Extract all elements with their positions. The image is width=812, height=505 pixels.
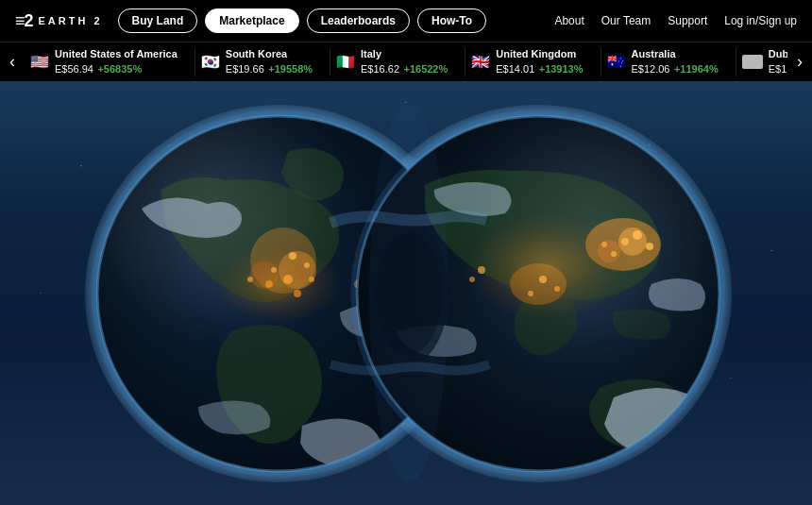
ticker-prev-button[interactable]: ‹ — [0, 42, 25, 81]
list-item: 🇰🇷 South Korea E$19.66 +19558% — [195, 48, 330, 76]
marketplace-button[interactable]: Marketplace — [205, 8, 298, 33]
logo-icon: ≡2 — [15, 12, 33, 29]
earth-globe — [66, 95, 746, 492]
ticker-price: E$11.60 — [769, 63, 787, 75]
hero-section — [0, 81, 812, 505]
ticker-bar: ‹ 🇺🇸 United States of America E$56.94 +5… — [0, 42, 812, 81]
ticker-change: +16522% — [403, 63, 448, 75]
ticker-price: E$12.06 — [632, 63, 670, 75]
flag-australia: 🇦🇺 — [607, 55, 626, 70]
how-to-button[interactable]: How-To — [417, 8, 486, 33]
buy-land-button[interactable]: Buy Land — [118, 8, 198, 33]
ticker-change: +11964% — [674, 63, 719, 75]
ticker-items: 🇺🇸 United States of America E$56.94 +568… — [25, 48, 787, 76]
country-name: Dubai, UAE — [769, 48, 787, 59]
flag-uk: 🇬🇧 — [471, 55, 490, 70]
support-link[interactable]: Support — [668, 14, 707, 27]
country-name: Australia — [632, 48, 719, 59]
logo: ≡2 EARTH 2 — [15, 12, 103, 29]
leaderboards-button[interactable]: Leaderboards — [307, 8, 410, 33]
flag-italy: 🇮🇹 — [336, 55, 355, 70]
ticker-change: +19558% — [268, 63, 313, 75]
our-team-link[interactable]: Our Team — [601, 14, 651, 27]
list-item: 🇮🇹 Italy E$16.62 +16522% — [330, 48, 465, 76]
ticker-price: E$14.01 — [496, 63, 534, 75]
ticker-change: +56835% — [97, 63, 142, 75]
about-link[interactable]: About — [554, 14, 584, 27]
country-name: United Kingdom — [496, 48, 583, 59]
flag-south-korea: 🇰🇷 — [201, 55, 220, 70]
ticker-price: E$16.62 — [361, 63, 399, 75]
country-name: Italy — [361, 48, 448, 59]
nav-links: About Our Team Support Log in/Sign up — [554, 14, 797, 27]
navbar: ≡2 EARTH 2 Buy Land Marketplace Leaderbo… — [0, 0, 812, 42]
list-item: 🇦🇺 Australia E$12.06 +11964% — [601, 48, 736, 76]
list-item: Dubai, UAE E$11.60 +11497% — [736, 48, 787, 76]
login-signup-link[interactable]: Log in/Sign up — [724, 14, 797, 27]
ticker-price: E$19.66 — [226, 63, 264, 75]
flag-dubai — [742, 55, 763, 69]
country-name: United States of America — [55, 48, 178, 59]
list-item: 🇺🇸 United States of America E$56.94 +568… — [25, 48, 195, 76]
ticker-next-button[interactable]: › — [787, 42, 812, 81]
svg-point-42 — [369, 105, 448, 482]
flag-usa: 🇺🇸 — [30, 55, 49, 70]
list-item: 🇬🇧 United Kingdom E$14.01 +13913% — [465, 48, 601, 76]
ticker-price: E$56.94 — [55, 63, 93, 75]
earth-svg — [66, 95, 746, 492]
ticker-change: +13913% — [539, 63, 584, 75]
logo-text: EARTH 2 — [39, 15, 103, 26]
country-name: South Korea — [226, 48, 313, 59]
